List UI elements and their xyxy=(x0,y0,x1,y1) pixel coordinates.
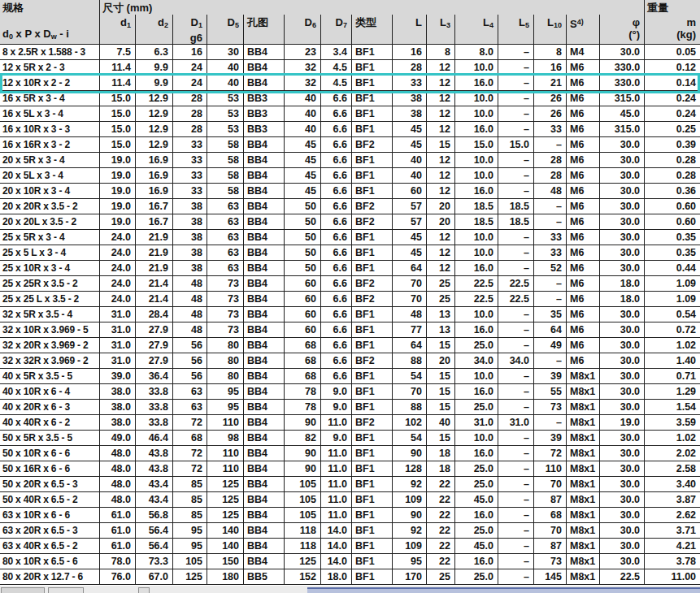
cell-L3: 25 xyxy=(427,276,455,292)
cell-hole: BB4 xyxy=(244,60,285,76)
cell-d2: 16.7 xyxy=(136,214,173,230)
cell-L5: – xyxy=(498,322,534,338)
cell-D6: 118 xyxy=(285,539,321,554)
cell-spec: 25 x 25R x 3.5 - 2 xyxy=(0,276,100,292)
cell-m: 3.40 xyxy=(645,477,700,492)
cell-D6: 40 xyxy=(285,106,321,122)
cell-L10: 8 xyxy=(534,45,567,60)
cell-L3: 12 xyxy=(427,261,455,276)
cell-D5: 140 xyxy=(207,523,244,539)
cell-L10: 39 xyxy=(534,431,567,446)
cell-D6: 68 xyxy=(285,353,321,369)
table-row: 63 x 40R x 6.5 - 261.056.495140BB411814.… xyxy=(0,539,700,554)
cell-L5: 18.5 xyxy=(498,214,534,230)
cell-L4: 22.5 xyxy=(455,292,498,307)
cell-spec: 40 x 5R x 3.5 - 5 xyxy=(0,369,100,384)
cell-S: M6 xyxy=(567,184,600,199)
cell-D5: 110 xyxy=(207,461,244,477)
cell-L4: 16.0 xyxy=(455,322,498,338)
cell-d1: 31.0 xyxy=(100,338,136,353)
cell-D6: 45 xyxy=(285,168,321,184)
cell-L10: 55 xyxy=(534,384,567,400)
cell-L: 64 xyxy=(393,338,427,353)
cell-phi: 315.0 xyxy=(600,91,645,106)
cell-L4: 34.0 xyxy=(455,353,498,369)
cell-type: BF1 xyxy=(352,45,393,60)
cell-S: M6 xyxy=(567,292,600,307)
cell-d2: 43.8 xyxy=(136,446,173,461)
cell-phi: 30.0 xyxy=(600,338,645,353)
cell-D7: 6.6 xyxy=(321,184,352,199)
cell-D7: 11.0 xyxy=(321,415,352,431)
cell-D1: 85 xyxy=(173,508,207,523)
table-row: 12 x 5R x 2 - 311.49.92440BB4324.5BF1281… xyxy=(0,60,700,76)
cell-phi: 30.0 xyxy=(600,492,645,508)
cell-d1: 31.0 xyxy=(100,322,136,338)
cell-D7: 6.6 xyxy=(321,153,352,168)
cell-L4: 25.0 xyxy=(455,477,498,492)
cell-L5: 34.0 xyxy=(498,353,534,369)
cell-L4: 25.0 xyxy=(455,338,498,353)
cell-L10: 26 xyxy=(534,91,567,106)
cell-d2: 33.8 xyxy=(136,415,173,431)
cell-D1: 95 xyxy=(173,539,207,554)
cell-d1: 48.0 xyxy=(100,446,136,461)
cell-d1: 24.0 xyxy=(100,245,136,261)
scrollbar-segment-small[interactable] xyxy=(138,587,150,593)
cell-d2: 33.8 xyxy=(136,400,173,415)
cell-D5: 125 xyxy=(207,508,244,523)
cell-spec: 16 x 10R x 3 - 3 xyxy=(0,122,100,137)
cell-L4: 25.0 xyxy=(455,569,498,585)
cell-D6: 32 xyxy=(285,60,321,76)
cell-D1: 105 xyxy=(173,554,207,569)
cell-D5: 73 xyxy=(207,307,244,322)
cell-m: 0.28 xyxy=(645,168,700,184)
cell-S: M6 xyxy=(567,153,600,168)
cell-L: 28 xyxy=(393,60,427,76)
cell-L5: – xyxy=(498,492,534,508)
cell-L5: 31.0 xyxy=(498,415,534,431)
cell-L3: 22 xyxy=(427,477,455,492)
cell-D6: 32 xyxy=(285,76,321,91)
cell-type: BF1 xyxy=(352,261,393,276)
cell-d1: 48.0 xyxy=(100,461,136,477)
scrollbar-thumb[interactable] xyxy=(1,587,45,593)
cell-L3: 15 xyxy=(427,431,455,446)
cell-d1: 38.0 xyxy=(100,415,136,431)
table-row: 20 x 20L x 3.5 - 219.016.73863BB4506.6BF… xyxy=(0,214,700,230)
cell-hole: BB4 xyxy=(244,492,285,508)
cell-D7: 6.6 xyxy=(321,369,352,384)
bottom-scrollbar[interactable] xyxy=(0,586,700,593)
cell-spec: 20 x 20R x 3.5 - 2 xyxy=(0,199,100,214)
table-row: 25 x 25R x 3.5 - 224.021.44873BB4606.6BF… xyxy=(0,276,700,292)
cell-L: 38 xyxy=(393,91,427,106)
cell-L5: – xyxy=(498,153,534,168)
cell-D5: 30 xyxy=(207,45,244,60)
spec-group-label: 规格 xyxy=(2,2,95,14)
cell-hole: BB4 xyxy=(244,539,285,554)
cell-spec: 25 x 10R x 3 - 4 xyxy=(0,261,100,276)
cell-D6: 90 xyxy=(285,461,321,477)
cell-L5: – xyxy=(498,245,534,261)
cell-hole: BB4 xyxy=(244,214,285,230)
cell-d2: 12.9 xyxy=(136,106,173,122)
cell-d2: 21.9 xyxy=(136,230,173,245)
scrollbar-segment[interactable] xyxy=(48,587,84,593)
cell-L3: 22 xyxy=(427,539,455,554)
cell-L5: – xyxy=(498,431,534,446)
cell-L: 102 xyxy=(393,415,427,431)
scrollbar-track[interactable] xyxy=(307,587,700,593)
col-header-m: m(kg) xyxy=(645,15,700,45)
cell-L10: – xyxy=(534,276,567,292)
cell-L5: – xyxy=(498,230,534,245)
cell-D5: 110 xyxy=(207,415,244,431)
cell-d1: 61.0 xyxy=(100,523,136,539)
cell-phi: 330.0 xyxy=(600,76,645,91)
cell-d1: 24.0 xyxy=(100,261,136,276)
cell-D6: 45 xyxy=(285,153,321,168)
cell-type: BF1 xyxy=(352,569,393,585)
cell-d1: 38.0 xyxy=(100,400,136,415)
cell-D1: 28 xyxy=(173,91,207,106)
cell-d1: 49.0 xyxy=(100,431,136,446)
cell-D5: 73 xyxy=(207,276,244,292)
